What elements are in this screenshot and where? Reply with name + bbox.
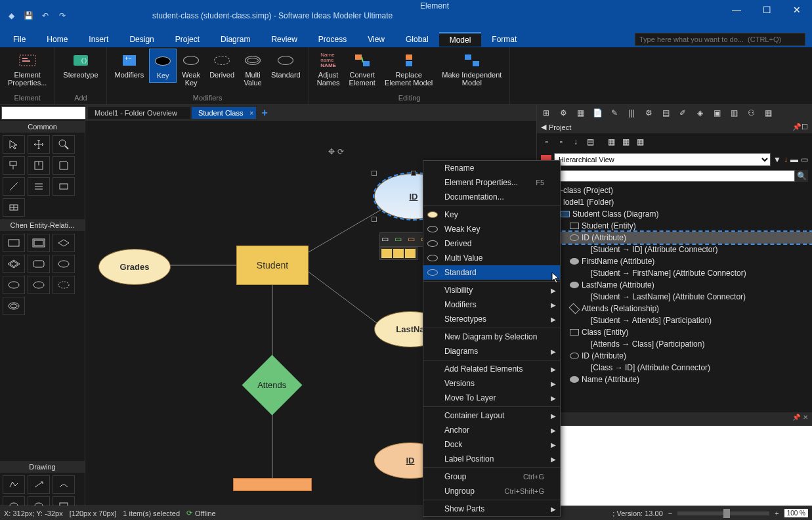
view-mode-select[interactable]: Hierarchical View: [554, 153, 771, 166]
ptool-3[interactable]: ↓: [570, 136, 582, 148]
context-menu-item[interactable]: GroupCtrl+G: [423, 469, 560, 484]
ptool-6[interactable]: ▦: [620, 136, 631, 148]
key-button[interactable]: Key: [149, 49, 177, 83]
context-menu-item[interactable]: Anchor▶: [423, 423, 560, 437]
tree-item[interactable]: [Student → FirstName] (Attribute Connect…: [537, 267, 812, 279]
rtool-14[interactable]: ▦: [761, 107, 775, 119]
tab-student-class[interactable]: Student Class×: [192, 107, 256, 119]
menu-insert[interactable]: Insert: [78, 33, 119, 46]
ptool-4[interactable]: ▤: [584, 136, 596, 148]
maximize-button[interactable]: ☐: [752, 0, 782, 20]
common-panel-header[interactable]: Common: [0, 121, 85, 133]
preview-pin-icon[interactable]: 📌: [792, 414, 800, 424]
tab-folder-overview[interactable]: Model1 - Folder Overview: [88, 107, 190, 119]
view-icon-2[interactable]: ▭: [801, 155, 808, 164]
tool-chen-ellipse[interactable]: [53, 255, 75, 273]
tree-item[interactable]: [Attends → Class] (Participation): [537, 338, 812, 350]
rtool-3[interactable]: ▦: [574, 107, 587, 119]
context-menu-item[interactable]: Container Layout▶: [423, 408, 560, 423]
rtool-5[interactable]: ✎: [608, 107, 621, 119]
tree-item[interactable]: [Student → ID] (Attribute Connector): [537, 244, 812, 255]
context-menu-item[interactable]: Documentation...: [423, 190, 560, 204]
sort-icon-2[interactable]: ↓: [784, 155, 788, 164]
tool-pointer[interactable]: [3, 135, 25, 154]
context-menu-item[interactable]: Key: [423, 207, 560, 222]
preview-pane[interactable]: [537, 425, 812, 517]
chen-panel-header[interactable]: Chen Entity-Relati...: [0, 219, 85, 231]
tree-item[interactable]: ID (Attribute): [537, 232, 812, 244]
make-independent-model-button[interactable]: Make Independent Model: [438, 49, 505, 89]
rtool-10[interactable]: ◈: [693, 107, 706, 119]
tool-table[interactable]: [3, 198, 25, 217]
context-menu-item[interactable]: Versions▶: [423, 376, 560, 391]
menu-diagram[interactable]: Diagram: [210, 33, 261, 46]
context-menu-item[interactable]: Weak Key: [423, 222, 560, 236]
panel-close-icon[interactable]: ☐: [801, 123, 808, 131]
tool-chen-diamond2[interactable]: [3, 255, 25, 273]
context-menu-item[interactable]: Label Position▶: [423, 452, 560, 466]
tree-item[interactable]: [Student → Attends] (Participation): [537, 314, 812, 326]
menu-search-input[interactable]: [635, 33, 805, 46]
tree-item[interactable]: Class (Entity): [537, 326, 812, 338]
context-menu-item[interactable]: Standard: [423, 265, 560, 280]
rtool-13[interactable]: ⚇: [744, 107, 758, 119]
tool-chen-rrect[interactable]: [28, 255, 50, 273]
menu-view[interactable]: View: [357, 33, 395, 46]
undo-icon[interactable]: ↶: [39, 10, 51, 22]
context-menu-item[interactable]: Stereotypes▶: [423, 312, 560, 326]
tree-item[interactable]: Student Class (Diagram): [537, 208, 812, 220]
weak-key-button[interactable]: Weak Key: [178, 49, 204, 89]
view-icon[interactable]: ▬: [790, 155, 798, 164]
context-menu-item[interactable]: Visibility▶: [423, 283, 560, 297]
mini-tool-7[interactable]: [405, 249, 416, 258]
move-handle-icon[interactable]: ✥: [328, 147, 335, 156]
zoom-out-button[interactable]: −: [668, 509, 672, 517]
tree-item[interactable]: [Student → LastName] (Attribute Connecto…: [537, 291, 812, 303]
tree-item[interactable]: LastName (Attribute): [537, 279, 812, 291]
rtool-9[interactable]: ✐: [676, 107, 689, 119]
entity-partial[interactable]: [233, 478, 312, 491]
adjust-names-button[interactable]: NamenameNAME Adjust Names: [313, 49, 344, 89]
ptool-2[interactable]: ▫: [555, 136, 567, 148]
context-menu-item[interactable]: Multi Value: [423, 251, 560, 265]
element-properties-button[interactable]: Element Properties...: [4, 49, 51, 89]
mini-tool-1[interactable]: ▭: [381, 234, 393, 245]
context-menu-item[interactable]: Rename: [423, 161, 560, 175]
tree-item[interactable]: Student (Entity): [537, 220, 812, 232]
ptool-5[interactable]: ▦: [605, 136, 617, 148]
stereotype-button[interactable]: 《》 Stereotype: [59, 49, 102, 81]
tree-item[interactable]: Name (Attribute): [537, 374, 812, 385]
context-menu-item[interactable]: Dock▶: [423, 437, 560, 452]
menu-design[interactable]: Design: [119, 33, 164, 46]
mini-tool-5[interactable]: [381, 249, 392, 258]
menu-home[interactable]: Home: [36, 33, 78, 46]
tool-chen-ellipse-double[interactable]: [3, 297, 25, 315]
project-search-icon[interactable]: 🔍: [795, 170, 808, 182]
mini-tool-2[interactable]: ▭: [395, 234, 406, 245]
context-menu-item[interactable]: Modifiers▶: [423, 297, 560, 312]
tool-chen-rect[interactable]: [3, 234, 25, 252]
context-menu-item[interactable]: Move To Layer▶: [423, 391, 560, 405]
tree-item[interactable]: lodel1 (Folder): [537, 196, 812, 208]
rtool-4[interactable]: 📄: [591, 107, 604, 119]
minimize-button[interactable]: —: [721, 0, 752, 20]
tool-chen-ellipse3[interactable]: [28, 276, 50, 294]
multi-value-button[interactable]: Multi Value: [240, 49, 266, 89]
menu-project[interactable]: Project: [165, 33, 210, 46]
tool-container[interactable]: [28, 156, 50, 175]
tree-item[interactable]: Attends (Relationship): [537, 303, 812, 314]
tool-chen-rect2[interactable]: [28, 234, 50, 252]
context-menu-item[interactable]: New Diagram by Selection: [423, 330, 560, 344]
rtool-1[interactable]: ⊞: [540, 107, 553, 119]
context-menu-item[interactable]: Derived: [423, 236, 560, 251]
tool-paint[interactable]: [3, 156, 25, 175]
context-menu-item[interactable]: UngroupCtrl+Shift+G: [423, 484, 560, 498]
rtool-11[interactable]: ▣: [710, 107, 723, 119]
tool-chen-ellipse-dash[interactable]: [53, 276, 75, 294]
entity-attends[interactable]: Attends: [242, 355, 303, 416]
preview-close-icon[interactable]: ✕: [803, 414, 808, 424]
save-icon[interactable]: 💾: [22, 10, 34, 22]
modifiers-button[interactable]: +− Modifiers: [111, 49, 148, 81]
rtool-8[interactable]: ▤: [659, 107, 672, 119]
redo-icon[interactable]: ↷: [56, 10, 68, 22]
